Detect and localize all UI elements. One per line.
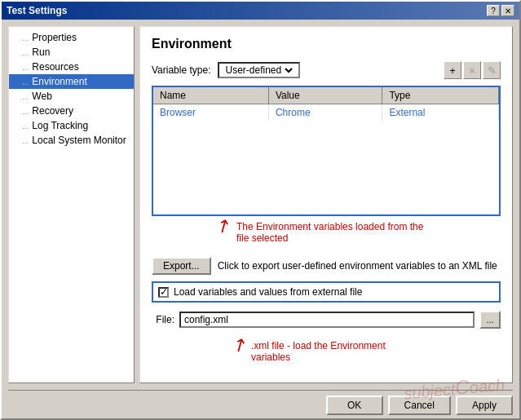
annotation-area-1: ↙ The Environment variables loaded from … xyxy=(152,218,501,247)
cell-name: Browser xyxy=(153,104,268,122)
bottom-buttons: OK Cancel Apply xyxy=(2,391,519,418)
env-table: Name Value Type Browser Chrome External xyxy=(153,87,499,121)
arrow-icon-2: ↙ xyxy=(230,334,252,357)
title-bar: Test Settings ? ✕ xyxy=(2,2,519,20)
annotation-area-2: ↙ .xml file - load the Environmentvariab… xyxy=(152,337,501,366)
export-description: Click to export user-defined environment… xyxy=(218,260,497,272)
sidebar: Properties Run Resources Environment Web… xyxy=(8,26,135,383)
col-header-name: Name xyxy=(153,87,268,104)
main-content: Properties Run Resources Environment Web… xyxy=(8,26,513,383)
table-row[interactable]: Browser Chrome External xyxy=(153,104,499,122)
file-input[interactable] xyxy=(179,312,475,328)
annotation-text-1: The Environment variables loaded from th… xyxy=(236,221,423,244)
file-row: File: ... xyxy=(152,311,501,329)
content-panel: Environment Variable type: User-defined … xyxy=(139,26,513,383)
sidebar-item-run[interactable]: Run xyxy=(9,45,134,60)
test-settings-window: Test Settings ? ✕ Properties Run Resourc… xyxy=(0,0,521,420)
apply-button[interactable]: Apply xyxy=(456,396,513,415)
env-table-container: Name Value Type Browser Chrome External xyxy=(152,86,501,216)
variable-type-select[interactable]: User-defined System User xyxy=(223,64,295,77)
window-body: Properties Run Resources Environment Web… xyxy=(2,20,519,390)
title-bar-buttons: ? ✕ xyxy=(487,5,514,16)
panel-title: Environment xyxy=(152,37,501,51)
icon-buttons: + × ✎ xyxy=(444,61,501,79)
sidebar-item-web[interactable]: Web xyxy=(9,89,134,104)
cell-value: Chrome xyxy=(268,104,382,122)
col-header-value: Value xyxy=(268,87,382,104)
export-button[interactable]: Export... xyxy=(152,257,211,275)
variable-type-select-wrapper: User-defined System User xyxy=(218,62,300,78)
col-header-type: Type xyxy=(382,87,499,104)
help-button[interactable]: ? xyxy=(487,5,500,16)
ok-button[interactable]: OK xyxy=(326,396,383,415)
file-label: File: xyxy=(152,314,174,325)
load-variables-label: Load variables and values from external … xyxy=(174,286,362,298)
cell-type: External xyxy=(382,104,499,122)
sidebar-item-recovery[interactable]: Recovery xyxy=(9,104,134,118)
sidebar-item-resources[interactable]: Resources xyxy=(9,60,134,74)
sidebar-item-local-system-monitor[interactable]: Local System Monitor xyxy=(9,133,134,148)
load-variables-checkbox[interactable]: ✓ xyxy=(158,287,169,298)
remove-variable-button[interactable]: × xyxy=(463,61,481,79)
cancel-button[interactable]: Cancel xyxy=(388,396,451,415)
browse-button[interactable]: ... xyxy=(479,311,501,329)
export-row: Export... Click to export user-defined e… xyxy=(152,257,501,275)
edit-variable-button[interactable]: ✎ xyxy=(483,61,501,79)
arrow-icon-1: ↙ xyxy=(214,215,236,238)
sidebar-item-environment[interactable]: Environment xyxy=(9,74,134,89)
load-variables-row: ✓ Load variables and values from externa… xyxy=(152,281,501,303)
sidebar-item-properties[interactable]: Properties xyxy=(9,30,134,45)
variable-type-label: Variable type: xyxy=(152,64,211,76)
window-title: Test Settings xyxy=(7,5,67,16)
sidebar-item-log-tracking[interactable]: Log Tracking xyxy=(9,118,134,133)
close-button[interactable]: ✕ xyxy=(501,5,514,16)
annotation-text-2: .xml file - load the Environmentvariable… xyxy=(251,340,386,363)
variable-type-row: Variable type: User-defined System User … xyxy=(152,61,501,79)
add-variable-button[interactable]: + xyxy=(444,61,461,79)
